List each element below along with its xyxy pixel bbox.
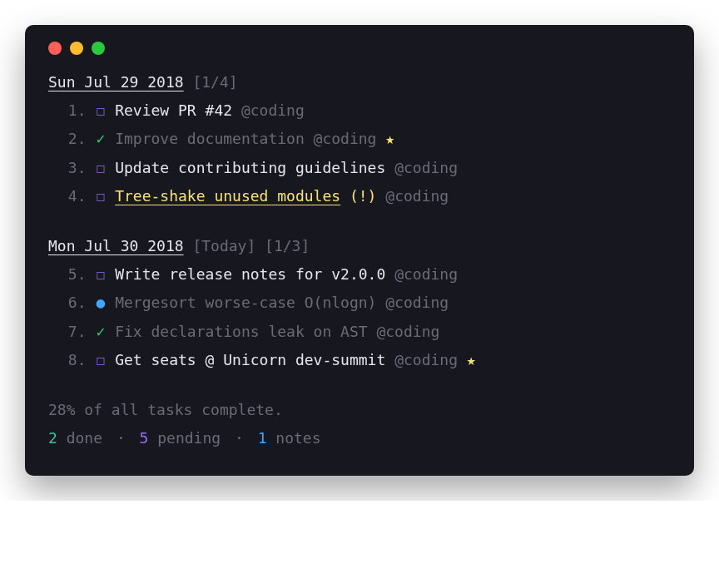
tag: @coding	[394, 159, 458, 176]
section-header: Mon Jul 30 2018 [Today] [1/3]	[48, 232, 671, 260]
tag: @coding	[394, 351, 467, 368]
checkbox-icon[interactable]: ☐	[95, 154, 106, 182]
dot: .	[77, 182, 87, 210]
task-segment: Get seats @ Unicorn dev-summit	[115, 351, 394, 368]
task-row[interactable]: 6.●Mergesort worse-case O(nlogn) @coding	[48, 289, 671, 317]
dot: .	[77, 96, 87, 125]
section-date: Sun Jul 29 2018	[48, 73, 184, 91]
dot: .	[77, 154, 87, 182]
task-text: Tree-shake unused modules (!) @coding	[115, 182, 449, 210]
task-text: Get seats @ Unicorn dev-summit @coding ★	[115, 346, 476, 374]
task-segment: Write release notes for v2.0.0	[115, 265, 394, 283]
status-counts: 2 done · 5 pending · 1 notes	[48, 424, 671, 452]
task-text: Write release notes for v2.0.0 @coding	[115, 260, 458, 289]
dot: .	[77, 289, 87, 317]
check-icon[interactable]: ✓	[95, 318, 106, 346]
tag: @coding	[241, 101, 305, 119]
notes-label: notes	[266, 429, 320, 447]
task-text: Review PR #42 @coding	[115, 96, 305, 125]
task-number: 5	[48, 260, 77, 289]
task-segment: Update contributing guidelines	[115, 159, 394, 176]
dot: .	[77, 125, 87, 153]
dot: .	[77, 260, 87, 289]
today-badge: [Today]	[192, 237, 265, 254]
summary-footer: 28% of all tasks complete. 2 done · 5 pe…	[48, 396, 671, 452]
task-row[interactable]: 4.☐Tree-shake unused modules (!) @coding	[48, 182, 671, 210]
done-label: done	[57, 429, 112, 447]
star-icon: ★	[467, 351, 476, 368]
dot: .	[77, 318, 87, 346]
dot: .	[77, 346, 87, 374]
minimize-icon[interactable]	[70, 42, 83, 55]
task-segment: (!)	[340, 187, 385, 205]
task-segment: Fix declarations leak on AST @coding	[115, 323, 439, 340]
done-count: 2	[48, 429, 57, 447]
close-icon[interactable]	[48, 42, 62, 55]
task-segment: Mergesort worse-case O(nlogn) @coding	[115, 294, 449, 311]
task-number: 8	[48, 346, 77, 374]
separator-icon: ·	[117, 429, 126, 447]
note-icon[interactable]: ●	[95, 289, 106, 317]
checkbox-icon[interactable]: ☐	[95, 346, 106, 374]
window-controls	[48, 42, 671, 55]
task-number: 6	[48, 289, 77, 317]
task-segment: Tree-shake unused modules	[115, 187, 340, 205]
terminal-window: Sun Jul 29 2018 [1/4]1.☐Review PR #42 @c…	[25, 25, 694, 476]
task-number: 4	[48, 182, 77, 210]
tag: @coding	[394, 265, 458, 283]
task-text: Improve documentation @coding ★	[115, 125, 394, 153]
task-number: 2	[48, 125, 77, 153]
checkbox-icon[interactable]: ☐	[95, 260, 106, 289]
task-number: 7	[48, 318, 77, 346]
checkbox-icon[interactable]: ☐	[95, 182, 106, 210]
task-segment: Improve documentation @coding	[115, 130, 385, 147]
tag: @coding	[385, 187, 449, 205]
notes-count: 1	[258, 429, 267, 447]
task-text: Fix declarations leak on AST @coding	[115, 318, 439, 346]
task-number: 1	[48, 96, 77, 125]
task-row[interactable]: 7.✓Fix declarations leak on AST @coding	[48, 318, 671, 346]
checkbox-icon[interactable]: ☐	[95, 96, 106, 125]
star-icon: ★	[385, 130, 394, 147]
section-date: Mon Jul 30 2018	[48, 237, 184, 254]
task-row[interactable]: 5.☐Write release notes for v2.0.0 @codin…	[48, 260, 671, 289]
task-row[interactable]: 1.☐Review PR #42 @coding	[48, 96, 671, 125]
pending-count: 5	[140, 429, 149, 447]
task-row[interactable]: 8.☐Get seats @ Unicorn dev-summit @codin…	[48, 346, 671, 374]
task-segment: Review PR #42	[115, 101, 241, 119]
separator-icon: ·	[235, 429, 244, 447]
task-row[interactable]: 2.✓Improve documentation @coding ★	[48, 125, 671, 153]
task-text: Update contributing guidelines @coding	[115, 154, 458, 182]
section-progress: [1/4]	[192, 73, 237, 91]
task-list: Sun Jul 29 2018 [1/4]1.☐Review PR #42 @c…	[48, 68, 671, 374]
section-progress: [1/3]	[265, 237, 310, 254]
task-row[interactable]: 3.☐Update contributing guidelines @codin…	[48, 154, 671, 182]
task-text: Mergesort worse-case O(nlogn) @coding	[115, 289, 449, 317]
section-header: Sun Jul 29 2018 [1/4]	[48, 68, 671, 96]
zoom-icon[interactable]	[92, 42, 105, 55]
task-number: 3	[48, 154, 77, 182]
pending-label: pending	[148, 429, 230, 447]
percent-complete: 28% of all tasks complete.	[48, 396, 671, 424]
check-icon[interactable]: ✓	[95, 125, 106, 153]
